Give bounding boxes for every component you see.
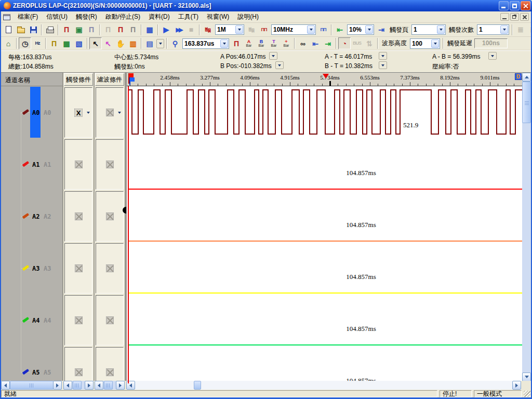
time-division-combo[interactable]: 163.837us <box>182 38 229 49</box>
b-bar-button[interactable]: BBar <box>255 37 268 49</box>
trigger-pos-dec-button[interactable]: ⇤ <box>334 24 346 36</box>
scroll-thumb[interactable] <box>73 381 82 390</box>
prev-memory-view-button[interactable]: ↹ <box>202 24 214 36</box>
center-position-marker-icon[interactable] <box>323 74 329 78</box>
panel-splitter-handle[interactable] <box>123 207 126 214</box>
channel-row-a5[interactable]: A5A5 <box>1 347 62 381</box>
menu-file[interactable]: 檔案(F) <box>14 11 42 23</box>
a0-filter-condition-cell[interactable] <box>96 87 124 138</box>
filter-column-scrollbar[interactable] <box>95 381 125 390</box>
frequency-display-button[interactable]: Hz <box>31 37 44 49</box>
scroll-right-button[interactable] <box>116 381 125 390</box>
sampling-rate-combo[interactable]: 10MHz <box>271 24 316 35</box>
trigger-page-combo[interactable]: 1 <box>411 24 446 35</box>
mdi-restore-button[interactable] <box>510 13 519 21</box>
open-file-button[interactable] <box>15 24 27 36</box>
menu-tools[interactable]: 工具(T) <box>174 11 203 23</box>
b-t-dropdown[interactable] <box>379 61 387 69</box>
new-file-button[interactable] <box>2 24 15 36</box>
scroll-thumb[interactable] <box>10 381 54 390</box>
memory-depth-dropdown[interactable] <box>235 25 243 34</box>
a1-trigger-condition-cell[interactable] <box>64 139 92 190</box>
vertical-scroll-thumb[interactable] <box>522 82 531 123</box>
menu-run-stop[interactable]: 啟動/停止(S) <box>101 11 144 23</box>
trigger-column-scrollbar[interactable] <box>63 381 94 390</box>
menu-signal[interactable]: 信號(U) <box>42 11 72 23</box>
channel-row-a1[interactable]: A1A1 <box>1 139 62 191</box>
sampling-wave-blue-button[interactable]: ΠΠ <box>317 24 329 36</box>
width-trigger-button[interactable]: Π <box>127 24 139 36</box>
navigation-window-button[interactable]: ▧ <box>73 37 85 49</box>
save-file-button[interactable] <box>27 24 39 36</box>
trigger-pos-inc-button[interactable]: ⇥ <box>375 24 388 36</box>
sampling-wave-red-button[interactable]: ΠΠ <box>258 24 270 36</box>
menu-data[interactable]: 資料(D) <box>144 11 174 23</box>
wave-height-combo[interactable]: 100 <box>410 38 440 49</box>
scroll-right-button[interactable] <box>85 381 94 390</box>
listing-window-button[interactable]: ▦ <box>60 37 73 49</box>
a4-trigger-condition-cell[interactable] <box>64 295 92 345</box>
compression-button[interactable]: ◔ <box>338 37 351 49</box>
channel-row-a4[interactable]: A4A4 <box>1 295 62 347</box>
b-pos-dropdown[interactable] <box>275 61 284 69</box>
a2-trigger-condition-cell[interactable] <box>64 191 92 242</box>
select-tool-button[interactable]: ↖ <box>102 37 114 49</box>
menu-trigger[interactable]: 觸發(R) <box>72 11 101 23</box>
run-single-button[interactable]: ▶ <box>160 24 172 36</box>
run-repetitive-button[interactable]: ▶▶ <box>172 24 185 36</box>
menu-help[interactable]: 說明(H) <box>233 11 263 23</box>
memory-depth-combo[interactable]: 1M <box>215 24 244 35</box>
sampling-setup-button[interactable]: Π <box>60 24 73 36</box>
pointer-tool-button[interactable]: ↖ <box>89 37 102 49</box>
scroll-down-button[interactable] <box>522 373 531 381</box>
a0-trigger-condition-cell[interactable]: X <box>64 87 92 138</box>
scroll-left-button[interactable] <box>1 381 10 390</box>
print-button[interactable] <box>44 24 56 36</box>
time-division-dropdown[interactable] <box>220 39 228 48</box>
channel-row-a2[interactable]: A2A2 <box>1 191 62 243</box>
scroll-left-button[interactable] <box>63 381 72 390</box>
bus-analysis-button[interactable]: ▦ <box>143 24 156 36</box>
a-bar-button[interactable]: ABar <box>243 37 255 49</box>
channel-row-a3[interactable]: A3A3 <box>1 243 62 295</box>
measurement-tool-button[interactable]: ▥ <box>127 37 139 49</box>
navigator-home-button[interactable]: ⌂ <box>2 37 15 49</box>
find-data-button[interactable]: ∞ <box>297 37 309 49</box>
channel-name[interactable]: A4 <box>32 317 39 324</box>
channel-name[interactable]: A0 <box>32 109 39 116</box>
waveform-scrollbar[interactable] <box>126 381 521 390</box>
a-t-dropdown[interactable] <box>379 52 387 60</box>
scroll-up-button[interactable] <box>522 73 531 82</box>
hand-tool-button[interactable]: ✋ <box>114 37 127 49</box>
t-flag-icon[interactable] <box>129 73 134 77</box>
trigger-page-dropdown[interactable] <box>437 25 445 34</box>
mdi-minimize-button[interactable] <box>500 13 509 21</box>
sampling-rate-dropdown[interactable] <box>307 25 315 34</box>
d-bar-marker[interactable]: D <box>515 73 522 80</box>
add-bar-button[interactable]: +Bar <box>280 37 292 49</box>
trigger-bar-line[interactable] <box>128 86 129 381</box>
waveform-area[interactable]: 521.9104.857ms104.857ms104.857ms104.857m… <box>127 73 522 381</box>
mdi-close-button[interactable] <box>520 13 529 21</box>
trigger-condition-header[interactable]: 觸發條件 <box>64 73 93 86</box>
maximize-button[interactable] <box>510 1 520 10</box>
scroll-thumb[interactable] <box>104 381 113 390</box>
close-button[interactable] <box>521 1 530 10</box>
vertical-scrollbar[interactable] <box>522 73 531 381</box>
channel-row-a0[interactable]: A0A0 <box>1 87 62 139</box>
a3-filter-condition-cell[interactable] <box>96 243 124 294</box>
scroll-left-button[interactable] <box>95 381 103 390</box>
wave-zoom-mode-dropdown[interactable] <box>156 39 164 48</box>
time-display-button[interactable]: ◷ <box>19 37 31 49</box>
waveform-window-button[interactable]: Π <box>48 37 60 49</box>
a5-filter-condition-cell[interactable] <box>96 347 124 381</box>
scroll-thumb[interactable] <box>194 381 201 390</box>
goto-prev-edge-button[interactable]: ⇤ <box>309 37 322 49</box>
port-setup-button[interactable]: ▣ <box>73 24 85 36</box>
t-bar-button[interactable]: TBar <box>268 37 280 49</box>
a1-filter-condition-cell[interactable] <box>96 139 124 190</box>
a4-filter-condition-cell[interactable] <box>96 295 124 345</box>
scroll-right-button[interactable] <box>512 381 521 390</box>
a5-trigger-condition-cell[interactable] <box>64 347 92 381</box>
channel-name[interactable]: A3 <box>32 265 39 272</box>
